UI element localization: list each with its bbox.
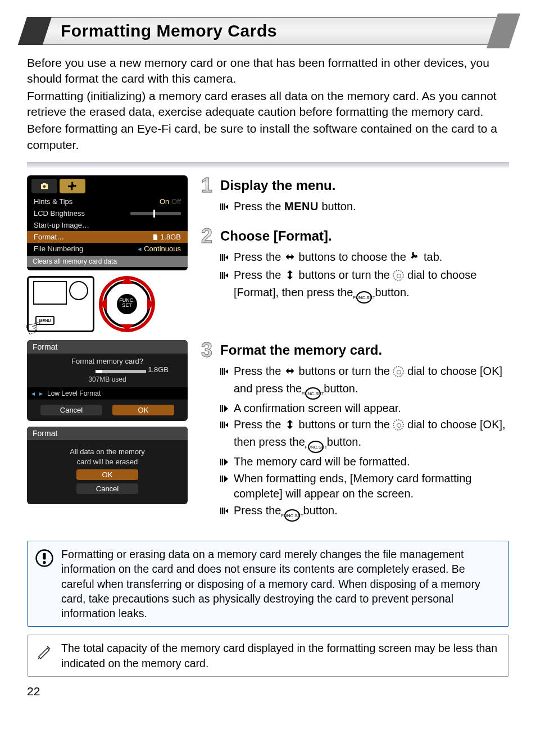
menu-label: LCD Brightness [34,209,85,218]
card-icon [152,234,158,241]
up-down-arrows-icon [284,269,296,285]
step-instruction: Press the buttons or turn the dial to ch… [220,268,509,304]
func-set-button-icon: FUNC.SET [356,291,372,304]
dialog-title: Format [27,427,188,440]
camera-icon [39,181,49,191]
menu-value: Continuous [144,245,181,253]
section-title-bar: Formatting Memory Cards [27,17,509,45]
menu-row-lcd: LCD Brightness [27,207,188,219]
func-set-button-icon: FUNC.SET [305,387,321,400]
tools-icon [67,181,78,191]
warning-text: Formatting or erasing data on a memory c… [61,548,480,619]
menu-value-on: On [160,197,169,206]
confirm-line-2: card will be erased [35,458,180,466]
ok-button: OK [112,405,174,415]
step-instruction: Press the buttons or turn the dial to ch… [220,417,509,453]
step-number-3: 3 [198,340,216,360]
chevron-right-icon: ▸ [39,390,43,397]
step-2: 2 Choose [Format]. Press the buttons to … [198,226,509,304]
intro-text: Before you use a new memory card or one … [27,55,509,153]
intro-paragraph-2: Formatting (initializing) a memory card … [27,88,509,120]
dialog-question: Format memory card? [35,357,180,365]
svg-point-2 [43,561,46,564]
intro-paragraph-1: Before you use a new memory card or one … [27,55,509,87]
camera-tab-shooting [31,179,57,193]
control-dial-icon [393,270,404,281]
camera-tab-setup [60,179,85,193]
page-number: 22 [27,685,509,698]
confirm-line-1: All data on the memory [35,447,180,456]
dialog-title: Format [27,340,188,354]
step-title: Choose [Format]. [220,228,332,244]
step-title: Format the memory card. [220,342,382,358]
info-note: The total capacity of the memory card di… [27,635,509,677]
camera-back-illustration: MENU ☞ [27,276,94,332]
step-1: 1 Display the menu. Press the MENU butto… [198,175,509,215]
control-dial-icon [393,366,404,377]
step-instruction: Press the FUNC.SET button. [220,503,509,522]
menu-value-off: Off [171,197,181,206]
pencil-note-icon [34,642,54,662]
menu-row-hints: Hints & Tips On Off [27,196,188,207]
tools-tab-icon [409,251,420,267]
step-result: The memory card will be formatted. [220,454,509,470]
left-right-arrows-icon [284,251,296,267]
menu-row-numbering: File Numbering ◂Continuous [27,243,188,255]
section-title: Formatting Memory Cards [61,21,277,40]
step-result: A confirmation screen will appear. [220,401,509,417]
step-number-1: 1 [198,175,216,196]
svg-rect-1 [43,553,46,560]
menu-button-text: MENU [284,200,319,212]
left-right-arrows-icon [284,365,296,381]
cancel-button: Cancel [76,483,138,494]
step-3: 3 Format the memory card. Press the butt… [198,340,509,522]
brightness-slider [130,212,181,215]
step-instruction: Press the MENU button. [220,199,509,215]
control-dial-icon [393,419,404,431]
menu-label: File Numbering [34,245,83,253]
card-size: 1.8GB [148,365,169,374]
step-title: Display the menu. [220,178,335,193]
menu-help-text: Clears all memory card data [27,256,188,267]
step-number-2: 2 [198,226,216,246]
step-result: When formatting ends, [Memory card forma… [220,471,509,502]
left-arrow-icon: ◂ [138,245,142,253]
menu-label: Start-up Image… [34,221,89,229]
format-dialog-screenshot: Format Format memory card? 1.8GB 307MB u… [27,340,188,421]
step-instruction: Press the buttons or turn the dial to ch… [220,364,509,400]
set-label: SET [122,302,132,308]
chevron-left-icon: ◂ [31,390,35,397]
intro-paragraph-3: Before formatting an Eye-Fi card, be sur… [27,121,509,153]
menu-value: 1.8GB [160,233,181,241]
warning-note: Formatting or erasing data on a memory c… [27,541,509,627]
low-level-format-row: ◂ ▸ Low Level Format [27,387,188,400]
usage-bar [96,370,146,373]
up-down-arrows-icon [284,419,296,434]
info-text: The total capacity of the memory card di… [61,642,497,669]
camera-settings-menu-screenshot: Hints & Tips On Off LCD Brightness Start… [27,175,188,270]
cancel-button: Cancel [40,405,102,415]
step-instruction: Press the buttons to choose the tab. [220,250,509,267]
used-space: 307MB used [35,375,180,383]
low-level-label: Low Level Format [47,390,101,397]
control-dial-illustration: FUNC.SET [100,277,154,331]
menu-label: Hints & Tips [34,197,72,206]
menu-row-format-selected: Format… 1.8GB [27,231,188,243]
caution-icon [34,548,54,568]
func-set-button-icon: FUNC.SET [308,441,324,453]
menu-label: Format… [34,233,64,241]
func-set-button-icon: FUNC.SET [284,509,300,522]
menu-row-startup: Start-up Image… [27,219,188,231]
divider [27,162,509,168]
ok-button: OK [76,469,138,480]
format-confirm-dialog-screenshot: Format All data on the memory card will … [27,427,188,504]
